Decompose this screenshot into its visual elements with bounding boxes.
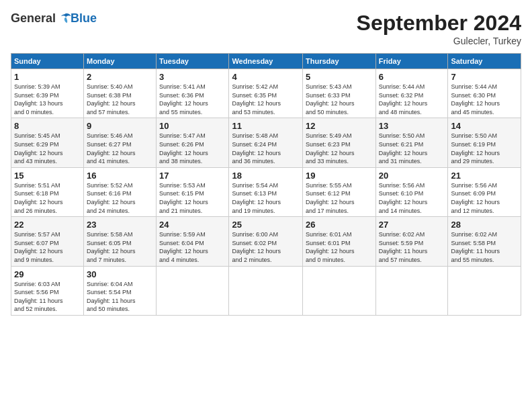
calendar-cell: 13Sunrise: 5:50 AM Sunset: 6:21 PM Dayli… [375,118,448,167]
day-info: Sunrise: 5:44 AM Sunset: 6:32 PM Dayligh… [379,83,445,116]
day-info: Sunrise: 5:59 AM Sunset: 6:04 PM Dayligh… [159,230,226,264]
day-info: Sunrise: 6:01 AM Sunset: 6:01 PM Dayligh… [306,230,373,264]
weekday-header-wednesday: Wednesday [229,54,303,69]
calendar-cell: 20Sunrise: 5:56 AM Sunset: 6:10 PM Dayli… [375,167,448,216]
day-number: 13 [379,121,445,131]
logo-blue: Blue [71,11,97,26]
month-title: September 2024 [357,11,521,36]
day-number: 20 [379,171,445,181]
day-number: 1 [14,72,81,82]
logo-bird-icon [57,11,72,26]
calendar-cell: 26Sunrise: 6:01 AM Sunset: 6:01 PM Dayli… [303,217,376,266]
day-info: Sunrise: 6:04 AM Sunset: 5:54 PM Dayligh… [87,280,153,314]
day-number: 7 [451,72,518,82]
calendar-cell: 8Sunrise: 5:45 AM Sunset: 6:29 PM Daylig… [11,118,84,167]
calendar-week-row: 29Sunrise: 6:03 AM Sunset: 5:56 PM Dayli… [11,266,521,315]
day-info: Sunrise: 6:03 AM Sunset: 5:56 PM Dayligh… [14,280,81,314]
day-number: 19 [306,171,373,181]
calendar-cell: 12Sunrise: 5:49 AM Sunset: 6:23 PM Dayli… [303,118,376,167]
day-number: 10 [159,121,226,131]
weekday-header-tuesday: Tuesday [157,54,229,69]
day-number: 16 [87,171,153,181]
day-info: Sunrise: 5:51 AM Sunset: 6:18 PM Dayligh… [14,181,81,215]
calendar-cell: 2Sunrise: 5:40 AM Sunset: 6:38 PM Daylig… [83,69,156,118]
weekday-header-saturday: Saturday [448,54,521,69]
day-number: 17 [159,171,226,181]
calendar-cell: 28Sunrise: 6:02 AM Sunset: 5:58 PM Dayli… [448,217,521,266]
weekday-header-sunday: Sunday [11,54,84,69]
day-info: Sunrise: 5:53 AM Sunset: 6:15 PM Dayligh… [159,181,226,215]
day-number: 3 [159,72,226,82]
day-info: Sunrise: 5:50 AM Sunset: 6:19 PM Dayligh… [451,132,518,165]
logo: General Blue [11,11,97,26]
day-info: Sunrise: 5:45 AM Sunset: 6:29 PM Dayligh… [14,132,81,165]
calendar-cell: 3Sunrise: 5:41 AM Sunset: 6:36 PM Daylig… [157,69,229,118]
day-info: Sunrise: 5:41 AM Sunset: 6:36 PM Dayligh… [159,83,226,116]
calendar-cell: 1Sunrise: 5:39 AM Sunset: 6:39 PM Daylig… [11,69,84,118]
page-header: General Blue September 2024 Gulecler, Tu… [11,11,521,46]
calendar-cell: 21Sunrise: 5:56 AM Sunset: 6:09 PM Dayli… [448,167,521,216]
day-info: Sunrise: 5:39 AM Sunset: 6:39 PM Dayligh… [14,83,81,116]
calendar-cell: 27Sunrise: 6:02 AM Sunset: 5:59 PM Dayli… [375,217,448,266]
calendar-cell: 6Sunrise: 5:44 AM Sunset: 6:32 PM Daylig… [375,69,448,118]
calendar-cell [229,266,303,315]
day-number: 18 [232,171,300,181]
day-number: 4 [232,72,300,82]
weekday-header-thursday: Thursday [303,54,376,69]
calendar-cell [157,266,229,315]
day-number: 8 [14,121,81,131]
calendar-cell: 29Sunrise: 6:03 AM Sunset: 5:56 PM Dayli… [11,266,84,315]
calendar-cell: 23Sunrise: 5:58 AM Sunset: 6:05 PM Dayli… [83,217,156,266]
day-number: 14 [451,121,518,131]
day-info: Sunrise: 6:02 AM Sunset: 5:58 PM Dayligh… [451,230,518,264]
day-info: Sunrise: 5:55 AM Sunset: 6:12 PM Dayligh… [306,181,373,215]
weekday-header-friday: Friday [375,54,448,69]
day-info: Sunrise: 5:47 AM Sunset: 6:26 PM Dayligh… [159,132,226,165]
day-number: 2 [87,72,153,82]
day-number: 25 [232,220,300,230]
calendar-cell: 10Sunrise: 5:47 AM Sunset: 6:26 PM Dayli… [157,118,229,167]
day-info: Sunrise: 6:00 AM Sunset: 6:02 PM Dayligh… [232,230,300,264]
calendar-cell: 22Sunrise: 5:57 AM Sunset: 6:07 PM Dayli… [11,217,84,266]
day-info: Sunrise: 5:56 AM Sunset: 6:09 PM Dayligh… [451,181,518,215]
calendar-cell: 19Sunrise: 5:55 AM Sunset: 6:12 PM Dayli… [303,167,376,216]
title-block: September 2024 Gulecler, Turkey [357,11,521,46]
day-info: Sunrise: 5:44 AM Sunset: 6:30 PM Dayligh… [451,83,518,116]
calendar-cell: 9Sunrise: 5:46 AM Sunset: 6:27 PM Daylig… [83,118,156,167]
calendar-cell: 15Sunrise: 5:51 AM Sunset: 6:18 PM Dayli… [11,167,84,216]
day-number: 29 [14,269,81,279]
day-info: Sunrise: 5:42 AM Sunset: 6:35 PM Dayligh… [232,83,300,116]
calendar-cell: 14Sunrise: 5:50 AM Sunset: 6:19 PM Dayli… [448,118,521,167]
calendar-table: SundayMondayTuesdayWednesdayThursdayFrid… [11,53,521,316]
day-info: Sunrise: 5:40 AM Sunset: 6:38 PM Dayligh… [87,83,153,116]
calendar-week-row: 22Sunrise: 5:57 AM Sunset: 6:07 PM Dayli… [11,217,521,266]
day-info: Sunrise: 5:57 AM Sunset: 6:07 PM Dayligh… [14,230,81,264]
logo-general: General [11,11,56,26]
day-info: Sunrise: 5:43 AM Sunset: 6:33 PM Dayligh… [306,83,373,116]
calendar-cell [303,266,376,315]
calendar-cell: 5Sunrise: 5:43 AM Sunset: 6:33 PM Daylig… [303,69,376,118]
calendar-week-row: 15Sunrise: 5:51 AM Sunset: 6:18 PM Dayli… [11,167,521,216]
day-info: Sunrise: 5:46 AM Sunset: 6:27 PM Dayligh… [87,132,153,165]
day-number: 5 [306,72,373,82]
calendar-cell [448,266,521,315]
day-number: 24 [159,220,226,230]
day-number: 9 [87,121,153,131]
day-number: 21 [451,171,518,181]
day-number: 28 [451,220,518,230]
calendar-cell: 17Sunrise: 5:53 AM Sunset: 6:15 PM Dayli… [157,167,229,216]
calendar-week-row: 8Sunrise: 5:45 AM Sunset: 6:29 PM Daylig… [11,118,521,167]
calendar-week-row: 1Sunrise: 5:39 AM Sunset: 6:39 PM Daylig… [11,69,521,118]
day-number: 12 [306,121,373,131]
day-info: Sunrise: 5:50 AM Sunset: 6:21 PM Dayligh… [379,132,445,165]
calendar-cell: 30Sunrise: 6:04 AM Sunset: 5:54 PM Dayli… [83,266,156,315]
day-number: 26 [306,220,373,230]
day-number: 27 [379,220,445,230]
weekday-header-monday: Monday [83,54,156,69]
day-info: Sunrise: 5:58 AM Sunset: 6:05 PM Dayligh… [87,230,153,264]
day-number: 6 [379,72,445,82]
day-number: 11 [232,121,300,131]
day-info: Sunrise: 5:54 AM Sunset: 6:13 PM Dayligh… [232,181,300,215]
day-number: 30 [87,269,153,279]
day-info: Sunrise: 5:56 AM Sunset: 6:10 PM Dayligh… [379,181,445,215]
